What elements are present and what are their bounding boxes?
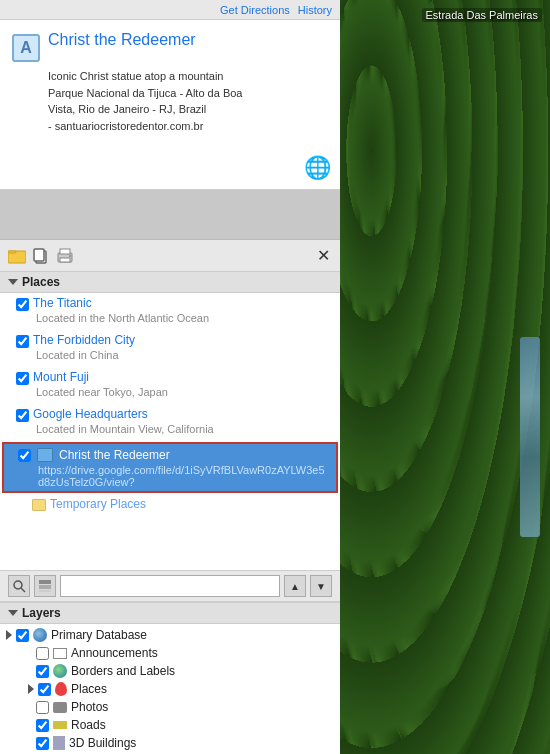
forbidden-city-checkbox[interactable] <box>16 335 29 348</box>
svg-rect-5 <box>60 249 70 254</box>
titanic-checkbox[interactable] <box>16 298 29 311</box>
new-folder-icon[interactable] <box>8 247 26 265</box>
photos-checkbox[interactable] <box>36 701 49 714</box>
primary-db-checkbox[interactable] <box>16 629 29 642</box>
roads-checkbox[interactable] <box>36 719 49 732</box>
photos-label: Photos <box>71 700 108 714</box>
building-icon <box>53 736 65 750</box>
list-item-selected[interactable]: Christ the Redeemer https://drive.google… <box>2 442 338 493</box>
forbidden-city-name[interactable]: The Forbidden City <box>33 333 135 347</box>
layers-section-header[interactable]: Layers <box>0 603 340 624</box>
svg-point-8 <box>14 581 22 589</box>
search-button[interactable] <box>8 575 30 597</box>
list-item[interactable]: The Titanic Located in the North Atlanti… <box>0 293 340 330</box>
places-label: Places <box>22 275 60 289</box>
camera-icon <box>53 702 67 713</box>
get-directions-link[interactable]: Get Directions <box>220 4 290 16</box>
google-hq-name[interactable]: Google Headquarters <box>33 407 148 421</box>
folder-icon <box>37 448 53 462</box>
places-section: Places The Titanic Located in the North … <box>0 272 340 602</box>
titanic-location: Located in the North Atlantic Ocean <box>16 312 332 327</box>
christ-redeemer-checkbox[interactable] <box>18 449 31 462</box>
info-card: A Christ the Redeemer Iconic Christ stat… <box>0 20 340 190</box>
svg-rect-11 <box>39 585 51 589</box>
mount-fuji-name[interactable]: Mount Fuji <box>33 370 89 384</box>
map-panel[interactable]: Estrada Das Palmeiras <box>340 0 550 754</box>
announcements-checkbox[interactable] <box>36 647 49 660</box>
google-hq-checkbox[interactable] <box>16 409 29 422</box>
borders-label: Borders and Labels <box>71 664 175 678</box>
layers-label: Layers <box>22 606 61 620</box>
desc-line2: Parque Nacional da Tijuca - Alto da Boa <box>48 87 242 99</box>
places-section-header[interactable]: Places <box>0 272 340 293</box>
layer-places[interactable]: Places <box>0 680 340 698</box>
layers-button[interactable] <box>34 575 56 597</box>
place-icon-letter: A <box>12 34 40 62</box>
list-item[interactable]: Google Headquarters Located in Mountain … <box>0 404 340 441</box>
river-waterfall <box>520 337 540 537</box>
places-search-input[interactable] <box>60 575 280 597</box>
temp-places-name[interactable]: Temporary Places <box>50 497 146 511</box>
svg-rect-10 <box>39 580 51 584</box>
places-expand-icon <box>8 279 18 285</box>
desc-line3: Vista, Rio de Janeiro - RJ, Brazil <box>48 103 206 115</box>
list-item[interactable]: Mount Fuji Located near Tokyo, Japan <box>0 367 340 404</box>
directions-bar: Get Directions History <box>0 0 340 20</box>
christ-redeemer-name[interactable]: Christ the Redeemer <box>59 448 170 462</box>
desc-line1: Iconic Christ statue atop a mountain <box>48 70 223 82</box>
envelope-icon <box>53 648 67 659</box>
list-item[interactable]: The Forbidden City Located in China <box>0 330 340 367</box>
borders-checkbox[interactable] <box>36 665 49 678</box>
copy-icon[interactable] <box>32 247 50 265</box>
thumbnail-area <box>0 190 340 240</box>
places-bottom-toolbar: ▲ ▼ <box>0 570 340 602</box>
move-down-button[interactable]: ▼ <box>310 575 332 597</box>
3d-buildings-checkbox[interactable] <box>36 737 49 750</box>
places-layer-checkbox[interactable] <box>38 683 51 696</box>
titanic-name[interactable]: The Titanic <box>33 296 92 310</box>
satellite-map <box>340 0 550 754</box>
temp-folder-icon <box>32 499 46 511</box>
pin-icon <box>55 682 67 696</box>
close-button[interactable]: ✕ <box>314 247 332 265</box>
website-icon[interactable]: 🌐 <box>304 155 328 179</box>
svg-rect-6 <box>60 258 70 262</box>
forest-overlay <box>340 0 550 754</box>
move-up-button[interactable]: ▲ <box>284 575 306 597</box>
christ-redeemer-url[interactable]: https://drive.google.com/file/d/1iSyVRfB… <box>38 464 330 488</box>
layer-announcements[interactable]: Announcements <box>0 644 340 662</box>
desc-line4: - santuariocristoredentor.com.br <box>48 120 203 132</box>
print-icon[interactable] <box>56 247 74 265</box>
place-title: Christ the Redeemer <box>48 30 196 51</box>
google-hq-location: Located in Mountain View, California <box>16 423 332 438</box>
mount-fuji-checkbox[interactable] <box>16 372 29 385</box>
layer-photos[interactable]: Photos <box>0 698 340 716</box>
svg-rect-1 <box>8 251 16 253</box>
roads-label: Roads <box>71 718 106 732</box>
layer-primary-db[interactable]: Primary Database <box>0 626 340 644</box>
3d-buildings-label: 3D Buildings <box>69 736 136 750</box>
primary-db-label: Primary Database <box>51 628 147 642</box>
layer-3d-buildings[interactable]: 3D Buildings <box>0 734 340 752</box>
expand-icon[interactable] <box>6 630 12 640</box>
svg-line-9 <box>21 588 25 592</box>
forbidden-city-location: Located in China <box>16 349 332 364</box>
layers-list: Primary Database Announcements Borders a… <box>0 624 340 754</box>
layer-roads[interactable]: Roads <box>0 716 340 734</box>
history-link[interactable]: History <box>298 4 332 16</box>
places-expand-icon[interactable] <box>28 684 34 694</box>
toolbar: ✕ <box>0 240 340 272</box>
place-description: Iconic Christ statue atop a mountain Par… <box>12 68 328 134</box>
road-icon <box>53 721 67 729</box>
location-label: Estrada Das Palmeiras <box>422 8 543 22</box>
left-panel: Get Directions History A Christ the Rede… <box>0 0 340 754</box>
layers-section: Layers Primary Database Announcements Bo… <box>0 602 340 754</box>
list-item[interactable]: Temporary Places <box>0 494 340 514</box>
svg-rect-12 <box>39 590 51 592</box>
layers-expand-icon <box>8 610 18 616</box>
info-card-header: A Christ the Redeemer <box>12 30 328 62</box>
places-list[interactable]: The Titanic Located in the North Atlanti… <box>0 293 340 570</box>
layer-borders[interactable]: Borders and Labels <box>0 662 340 680</box>
places-layer-label: Places <box>71 682 107 696</box>
mount-fuji-location: Located near Tokyo, Japan <box>16 386 332 401</box>
